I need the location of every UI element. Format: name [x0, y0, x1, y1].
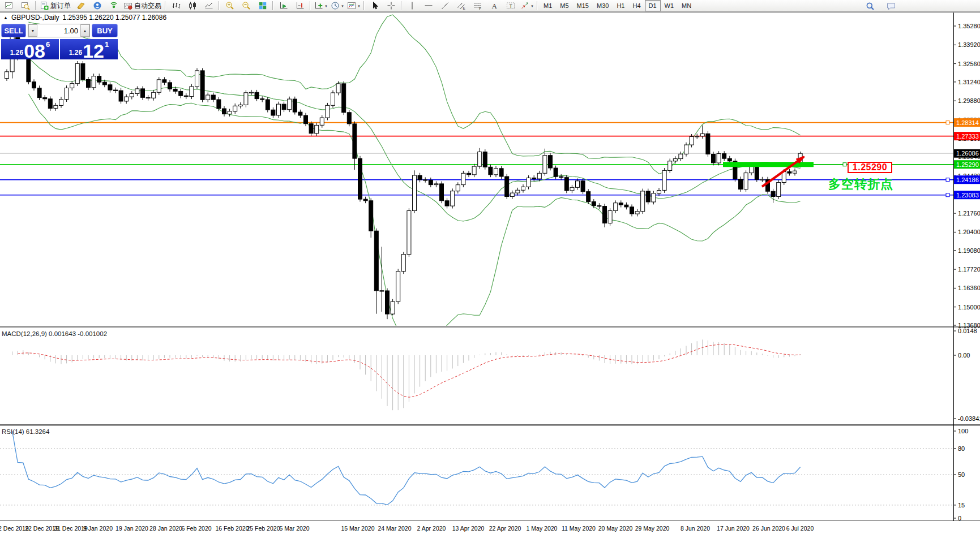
timeframe-h4-button[interactable]: H4	[628, 0, 644, 11]
timeframe-d1-button[interactable]: D1	[645, 0, 661, 11]
chart-shift-button[interactable]	[292, 0, 308, 12]
profiles-button[interactable]	[17, 0, 33, 12]
new-order-button[interactable]: 新订单	[38, 0, 72, 12]
text-button[interactable]: A	[486, 0, 502, 12]
line-chart-icon	[204, 1, 213, 10]
level-price-tag: 1.25290	[954, 160, 980, 169]
mql5-community-button[interactable]	[89, 0, 105, 12]
auto-trading-button[interactable]: 自动交易	[122, 0, 163, 12]
svg-text:1.32560: 1.32560	[958, 61, 980, 67]
text-label-button[interactable]: T	[502, 0, 519, 12]
toolbar-separator	[537, 1, 538, 10]
svg-text:0.0148: 0.0148	[958, 328, 977, 334]
svg-text:1.23083: 1.23083	[956, 192, 979, 199]
price-annotation-box[interactable]: 1.25290	[848, 162, 892, 173]
chevron-down-icon: ▾	[325, 4, 327, 8]
chat-button[interactable]	[883, 0, 899, 12]
level-price-tag: 1.27333	[954, 132, 980, 140]
svg-text:1.20400: 1.20400	[958, 229, 980, 235]
macd-name: MACD(12,26,9)	[2, 330, 47, 337]
indicators-button[interactable]: ▾	[313, 0, 329, 12]
horizontal-line-icon	[424, 1, 433, 10]
time-axis[interactable]: 12 Dec 201922 Dec 201931 Dec 20199 Jan 2…	[0, 525, 980, 534]
sell-price-prefix: 1.26	[10, 49, 23, 57]
timeframe-m1-button[interactable]: M1	[540, 0, 556, 11]
svg-text:80: 80	[958, 445, 965, 452]
sell-price-big: 08	[24, 42, 45, 59]
auto-scroll-button[interactable]	[275, 0, 292, 12]
line-handle[interactable]	[946, 121, 949, 124]
buy-price-panel[interactable]: 1.26 12 1	[60, 39, 118, 59]
line-chart-button[interactable]	[200, 0, 217, 12]
timeframe-h1-button[interactable]: H1	[613, 0, 628, 11]
sell-button[interactable]: SELL	[1, 24, 26, 37]
svg-text:1.26086: 1.26086	[956, 150, 979, 157]
cursor-button[interactable]	[366, 0, 383, 12]
search-button[interactable]	[862, 0, 878, 12]
horizontal-line-button[interactable]	[420, 0, 436, 12]
svg-text:0.00: 0.00	[958, 352, 970, 359]
level-price-tag: 1.23083	[954, 191, 980, 199]
date-tick-label: 20 May 2020	[598, 525, 633, 532]
profiles-icon	[21, 1, 30, 10]
svg-text:0: 0	[958, 515, 961, 522]
bar-chart-button[interactable]	[168, 0, 184, 12]
date-tick-label: 26 Jun 2020	[752, 525, 785, 532]
date-tick-label: 28 Jan 2020	[149, 525, 182, 532]
arrows-button[interactable]: ▾	[519, 0, 535, 12]
volume-input[interactable]	[37, 24, 80, 37]
svg-text:1.31240: 1.31240	[958, 79, 980, 85]
candle-chart-icon	[188, 1, 197, 10]
candle-chart-button[interactable]	[184, 0, 200, 12]
chevron-down-icon: ▾	[341, 4, 344, 8]
symbol-arrow-icon: ▲	[3, 15, 8, 20]
timeframe-m5-button[interactable]: M5	[556, 0, 572, 11]
vertical-line-button[interactable]	[404, 0, 420, 12]
rsi-label: RSI(14) 61.3264	[2, 428, 49, 435]
level-price-tag: 1.24186	[954, 175, 980, 184]
zoom-in-button[interactable]	[221, 0, 238, 12]
timeframe-mn-button[interactable]: MN	[678, 0, 695, 11]
support-band[interactable]	[723, 162, 814, 167]
volume-decrease-button[interactable]: ▼	[28, 24, 37, 37]
templates-button[interactable]: ▾	[345, 0, 362, 12]
arrows-icon	[520, 1, 529, 10]
timeframe-m30-button[interactable]: M30	[593, 0, 613, 11]
level-price-tag: 1.28314	[954, 118, 980, 127]
zoom-out-button[interactable]	[238, 0, 254, 12]
date-tick-label: 6 Feb 2020	[181, 525, 211, 532]
equidistant-channel-button[interactable]: E	[453, 0, 469, 12]
periods-button[interactable]: ▾	[329, 0, 345, 12]
crosshair-button[interactable]	[383, 0, 399, 12]
metaeditor-button[interactable]	[72, 0, 89, 12]
turning-point-note[interactable]: 多空转折点	[828, 176, 893, 193]
current-price-tag: 1.26086	[954, 149, 980, 158]
bar-chart-icon	[172, 1, 181, 10]
date-tick-label: 5 Mar 2020	[279, 525, 309, 532]
volume-increase-button[interactable]: ▲	[80, 24, 89, 37]
date-tick-label: 22 Apr 2020	[489, 525, 521, 532]
vertical-line-icon	[408, 1, 417, 10]
search-icon	[866, 2, 875, 11]
svg-text:E: E	[463, 6, 465, 10]
indicators-icon	[314, 1, 323, 10]
equidistant-channel-icon: E	[457, 1, 466, 10]
date-tick-label: 31 Dec 2019	[54, 525, 88, 532]
timeframe-m15-button[interactable]: M15	[573, 0, 593, 11]
sell-price-panel[interactable]: 1.26 08 6	[1, 39, 59, 59]
chart-canvas[interactable]: 1.352801.339201.325601.312401.298801.285…	[0, 0, 980, 534]
timeframe-w1-button[interactable]: W1	[661, 0, 678, 11]
buy-button[interactable]: BUY	[92, 24, 118, 37]
line-handle[interactable]	[946, 193, 949, 197]
svg-text:-0.038415: -0.038415	[958, 415, 980, 422]
tile-windows-button[interactable]	[254, 0, 271, 12]
line-handle[interactable]	[946, 178, 949, 182]
line-handle[interactable]	[843, 163, 846, 166]
svg-text:1.35280: 1.35280	[958, 23, 980, 29]
new-chart-button[interactable]	[1, 0, 17, 12]
fibonacci-button[interactable]: F	[469, 0, 486, 12]
crosshair-icon	[387, 1, 396, 10]
text-label-icon: T	[506, 1, 515, 10]
trendline-button[interactable]	[436, 0, 453, 12]
signals-button[interactable]	[105, 0, 122, 12]
